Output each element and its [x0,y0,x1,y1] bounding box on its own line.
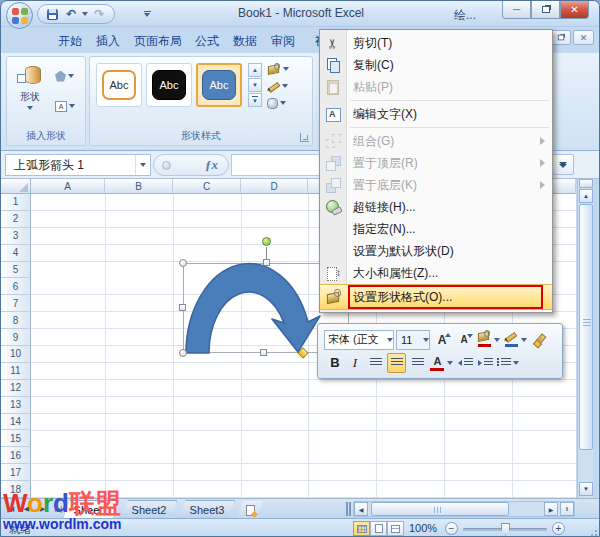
gallery-up-icon[interactable]: ▲ [248,63,262,77]
format-painter-button[interactable] [530,330,548,350]
column-header-A[interactable]: A [31,179,105,194]
menu-item-置于顶层(R): 置于顶层(R) [320,152,552,174]
shapes-button[interactable]: 形状 [11,61,49,127]
increase-indent-button[interactable] [476,353,494,373]
fill-color-button[interactable] [476,330,501,350]
shape-effects-button[interactable] [267,96,307,110]
expand-formula-bar-button[interactable] [552,154,574,175]
grow-font-button[interactable]: A [432,330,452,350]
row-header-13[interactable]: 13 [1,397,31,414]
scroll-left-icon[interactable]: ◀ [354,502,368,516]
normal-view-button[interactable] [353,521,370,536]
align-center-button[interactable] [387,353,406,373]
row-header-15[interactable]: 15 [1,430,31,447]
scroll-up-icon[interactable]: ▲ [579,189,593,203]
restore-button[interactable] [531,1,560,19]
watermark-letter: W [3,488,27,518]
shape-outline-button[interactable] [267,79,307,93]
row-header-7[interactable]: 7 [1,295,31,312]
text-box-button[interactable]: A [53,97,85,115]
workbook-restore-button[interactable] [550,30,571,45]
scroll-down-icon[interactable]: ▼ [579,482,593,496]
menu-item-编辑文字(X)[interactable]: 编辑文字(X) [320,103,552,125]
menu-item-大小和属性(Z)...[interactable]: 大小和属性(Z)... [320,262,552,284]
row-header-1[interactable]: 1 [1,194,31,211]
column-header-C[interactable]: C [173,179,241,194]
zoom-in-button[interactable]: + [552,522,565,535]
bullets-button[interactable] [496,353,520,373]
shape-style-thumb-2[interactable]: Abc [146,63,192,107]
row-header-11[interactable]: 11 [1,363,31,380]
column-header-D[interactable]: D [241,179,308,194]
close-button[interactable]: ✕ [560,1,589,19]
vertical-scrollbar[interactable]: ▲ ▼ [577,179,593,498]
menu-item-复制(C)[interactable]: 复制(C) [320,54,552,76]
horizontal-split-handle[interactable]: ‖ [560,502,574,516]
font-name-select[interactable]: 宋体 (正文 [324,330,394,350]
shrink-font-button[interactable]: A [454,330,474,350]
horizontal-scroll-thumb[interactable] [371,502,509,516]
shape-fill-icon [267,65,279,74]
row-header-9[interactable]: 9 [1,329,31,346]
minimize-button[interactable]: ─ [502,1,531,19]
tab-审阅[interactable]: 审阅 [263,29,303,53]
style-preview: Abc [102,70,136,100]
align-right-button[interactable] [408,353,427,373]
tab-split-handle[interactable] [346,502,351,516]
tab-公式[interactable]: 公式 [187,29,227,53]
shape-style-thumb-1[interactable]: Abc [96,63,142,107]
row-header-4[interactable]: 4 [1,245,31,262]
menu-item-超链接(H)...[interactable]: 超链接(H)... [320,196,552,218]
row-header-5[interactable]: 5 [1,262,31,279]
sheet-tab-Sheet3[interactable]: Sheet3 [179,500,235,519]
insert-worksheet-tab[interactable] [237,501,263,519]
row-header-10[interactable]: 10 [1,346,31,363]
tab-开始[interactable]: 开始 [51,29,89,53]
dialog-launcher-icon[interactable] [300,133,309,142]
row-header-17[interactable]: 17 [1,464,31,481]
vertical-split-handle[interactable] [579,179,593,188]
row-header-6[interactable]: 6 [1,278,31,295]
insert-function-button[interactable]: ƒx [153,154,229,176]
select-all-corner[interactable] [1,179,31,194]
row-header-3[interactable]: 3 [1,228,31,245]
row-header-12[interactable]: 12 [1,380,31,397]
bold-button[interactable]: B [326,353,344,373]
name-box[interactable]: 上弧形箭头 1 [5,154,151,176]
align-left-button[interactable] [366,353,385,373]
row-header-14[interactable]: 14 [1,414,31,431]
page-break-view-button[interactable] [387,521,404,536]
workbook-close-button[interactable]: ✕ [573,30,594,45]
shape-fill-button[interactable] [267,62,307,76]
italic-button[interactable]: I [346,353,364,373]
name-box-dropdown-icon[interactable] [135,155,150,175]
menu-item-指定宏(N)...[interactable]: 指定宏(N)... [320,218,552,240]
tab-数据[interactable]: 数据 [225,29,265,53]
shape-outline-button[interactable] [503,330,528,350]
font-size-select[interactable]: 11 [396,330,430,350]
tab-插入[interactable]: 插入 [89,29,127,53]
horizontal-scrollbar[interactable]: ◀ ▶ ‖ [353,501,575,517]
row-header-8[interactable]: 8 [1,312,31,329]
shape-style-thumb-3[interactable]: Abc [196,63,242,107]
resize-grip[interactable] [586,525,597,536]
row-header-2[interactable]: 2 [1,211,31,228]
shapes-icon [17,64,43,86]
zoom-out-button[interactable]: − [445,522,458,535]
sheet-tab-Sheet2[interactable]: Sheet2 [121,500,177,519]
vertical-scroll-thumb[interactable] [579,204,593,450]
edit-shape-button[interactable] [53,67,85,85]
column-header-B[interactable]: B [105,179,173,194]
menu-item-设置形状格式(O)...[interactable]: 设置形状格式(O)... [320,284,552,310]
decrease-indent-button[interactable] [456,353,474,373]
scroll-right-icon[interactable]: ▶ [544,502,558,516]
page-layout-view-button[interactable] [370,521,387,536]
zoom-slider-thumb[interactable] [501,523,510,535]
row-header-16[interactable]: 16 [1,447,31,464]
tab-页面布局[interactable]: 页面布局 [127,29,189,53]
gallery-more-icon[interactable]: ▼ [248,93,262,107]
font-color-button[interactable]: A [429,353,454,373]
menu-item-设置为默认形状(D)[interactable]: 设置为默认形状(D) [320,240,552,262]
gallery-down-icon[interactable]: ▼ [248,78,262,92]
menu-item-剪切(T)[interactable]: 剪切(T) [320,32,552,54]
